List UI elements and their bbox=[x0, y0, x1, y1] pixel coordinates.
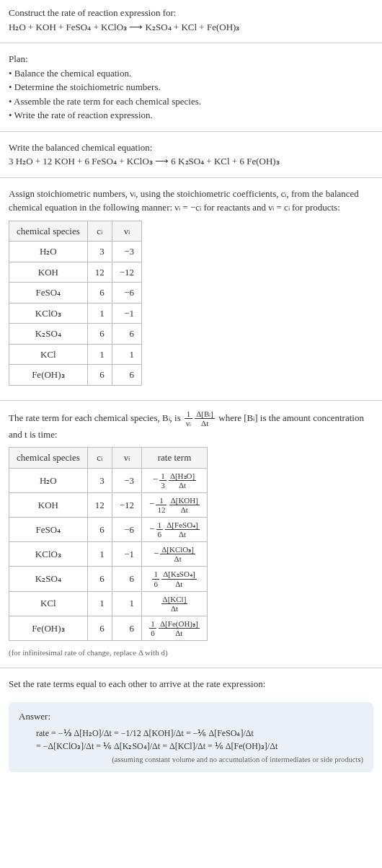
cell-v: −3 bbox=[112, 242, 141, 262]
cell-species: KCl bbox=[9, 591, 88, 616]
table-row: Fe(OH)₃66 bbox=[9, 365, 142, 386]
plan-section: Plan: • Balance the chemical equation. •… bbox=[0, 46, 382, 128]
rateterm-note: (for infinitesimal rate of change, repla… bbox=[9, 647, 373, 659]
cell-species: KCl bbox=[9, 344, 88, 365]
answer-rate-line-1: rate = −⅓ Δ[H₂O]/Δt = −1/12 Δ[KOH]/Δt = … bbox=[36, 727, 363, 740]
cell-species: K₂SO₄ bbox=[9, 567, 88, 591]
cell-c: 6 bbox=[87, 365, 112, 386]
cell-v: −1 bbox=[112, 542, 141, 567]
plan-item: • Determine the stoichiometric numbers. bbox=[9, 80, 373, 94]
cell-species: Fe(OH)₃ bbox=[9, 365, 88, 386]
final-text: Set the rate terms equal to each other t… bbox=[9, 677, 373, 691]
cell-species: H₂O bbox=[9, 468, 88, 492]
cell-c: 12 bbox=[87, 262, 112, 283]
table-row: Fe(OH)₃6616 Δ[Fe(OH)₃]Δt bbox=[9, 616, 208, 640]
intro-section: Construct the rate of reaction expressio… bbox=[0, 0, 382, 40]
cell-rate: 16 Δ[K₂SO₄]Δt bbox=[142, 567, 208, 591]
cell-c: 3 bbox=[87, 242, 112, 262]
table-row: KCl11Δ[KCl]Δt bbox=[9, 591, 208, 616]
cell-species: KClO₃ bbox=[9, 542, 88, 567]
table-row: FeSO₄6−6−16 Δ[FeSO₄]Δt bbox=[9, 518, 208, 542]
stoich-section: Assign stoichiometric numbers, νᵢ, using… bbox=[0, 181, 382, 397]
divider bbox=[0, 668, 382, 668]
answer-rate-line-2: = −Δ[KClO₃]/Δt = ⅙ Δ[K₂SO₄]/Δt = Δ[KCl]/… bbox=[36, 740, 363, 753]
cell-rate: Δ[KCl]Δt bbox=[142, 591, 208, 616]
rateterm-text-a: The rate term for each chemical species,… bbox=[9, 412, 183, 422]
cell-v: −6 bbox=[112, 518, 141, 542]
cell-v: 1 bbox=[112, 344, 141, 365]
table-row: KCl11 bbox=[9, 344, 142, 365]
col-species: chemical species bbox=[9, 448, 88, 469]
table-row: KClO₃1−1−Δ[KClO₃]Δt bbox=[9, 542, 208, 567]
col-c: cᵢ bbox=[87, 448, 112, 469]
divider bbox=[0, 43, 382, 43]
table-row: KOH12−12 bbox=[9, 262, 142, 283]
balanced-heading: Write the balanced chemical equation: bbox=[9, 141, 373, 155]
col-species: chemical species bbox=[9, 221, 88, 242]
table-row: KClO₃1−1 bbox=[9, 303, 142, 324]
cell-c: 6 bbox=[87, 283, 112, 304]
cell-rate: 16 Δ[Fe(OH)₃]Δt bbox=[142, 616, 208, 640]
table-header-row: chemical species cᵢ νᵢ rate term bbox=[9, 448, 208, 469]
rateterm-section: The rate term for each chemical species,… bbox=[0, 404, 382, 665]
intro-title: Construct the rate of reaction expressio… bbox=[9, 6, 373, 20]
cell-v: 6 bbox=[112, 616, 141, 640]
table-row: H₂O3−3 bbox=[9, 242, 142, 262]
cell-c: 6 bbox=[87, 518, 112, 542]
cell-species: KClO₃ bbox=[9, 303, 88, 324]
cell-v: −6 bbox=[112, 283, 141, 304]
cell-c: 6 bbox=[87, 324, 112, 345]
plan-item: • Assemble the rate term for each chemic… bbox=[9, 94, 373, 109]
cell-v: 1 bbox=[112, 591, 141, 616]
answer-box: Answer: rate = −⅓ Δ[H₂O]/Δt = −1/12 Δ[KO… bbox=[9, 702, 373, 772]
table-row: KOH12−12−112 Δ[KOH]Δt bbox=[9, 492, 208, 517]
divider bbox=[0, 177, 382, 178]
table-row: H₂O3−3−13 Δ[H₂O]Δt bbox=[9, 468, 208, 492]
cell-species: FeSO₄ bbox=[9, 283, 88, 304]
table-row: K₂SO₄6616 Δ[K₂SO₄]Δt bbox=[9, 567, 208, 591]
cell-rate: −16 Δ[FeSO₄]Δt bbox=[142, 518, 208, 542]
intro-equation: H₂O + KOH + FeSO₄ + KClO₃ ⟶ K₂SO₄ + KCl … bbox=[9, 20, 373, 35]
rateterm-table: chemical species cᵢ νᵢ rate term H₂O3−3−… bbox=[9, 447, 208, 641]
cell-c: 1 bbox=[87, 344, 112, 365]
table-row: K₂SO₄66 bbox=[9, 324, 142, 345]
table-row: FeSO₄6−6 bbox=[9, 283, 142, 304]
divider bbox=[0, 400, 382, 401]
cell-v: 6 bbox=[112, 567, 141, 591]
cell-species: FeSO₄ bbox=[9, 518, 88, 542]
cell-c: 6 bbox=[87, 616, 112, 640]
rateterm-formula: 1νᵢ Δ[Bᵢ]Δt bbox=[185, 409, 215, 428]
answer-note: (assuming constant volume and no accumul… bbox=[19, 754, 363, 766]
cell-v: −12 bbox=[112, 492, 141, 517]
col-c: cᵢ bbox=[87, 221, 112, 242]
stoich-text: Assign stoichiometric numbers, νᵢ, using… bbox=[9, 187, 373, 215]
cell-rate: −112 Δ[KOH]Δt bbox=[142, 492, 208, 517]
table-header-row: chemical species cᵢ νᵢ bbox=[9, 221, 142, 242]
cell-species: KOH bbox=[9, 492, 88, 517]
balanced-equation: 3 H₂O + 12 KOH + 6 FeSO₄ + KClO₃ ⟶ 6 K₂S… bbox=[9, 154, 373, 169]
cell-v: −3 bbox=[112, 468, 141, 492]
cell-c: 1 bbox=[87, 303, 112, 324]
col-rate: rate term bbox=[142, 448, 208, 469]
cell-c: 3 bbox=[87, 468, 112, 492]
cell-rate: −Δ[KClO₃]Δt bbox=[142, 542, 208, 567]
cell-rate: −13 Δ[H₂O]Δt bbox=[142, 468, 208, 492]
cell-species: KOH bbox=[9, 262, 88, 283]
plan-item: • Balance the chemical equation. bbox=[9, 66, 373, 81]
divider bbox=[0, 131, 382, 132]
cell-v: −1 bbox=[112, 303, 141, 324]
col-v: νᵢ bbox=[112, 221, 141, 242]
cell-c: 6 bbox=[87, 567, 112, 591]
cell-species: H₂O bbox=[9, 242, 88, 262]
cell-species: Fe(OH)₃ bbox=[9, 616, 88, 640]
cell-v: 6 bbox=[112, 365, 141, 386]
cell-species: K₂SO₄ bbox=[9, 324, 88, 345]
plan-item: • Write the rate of reaction expression. bbox=[9, 108, 373, 123]
final-section: Set the rate terms equal to each other t… bbox=[0, 671, 382, 697]
stoich-table: chemical species cᵢ νᵢ H₂O3−3 KOH12−12 F… bbox=[9, 221, 142, 386]
cell-c: 1 bbox=[87, 591, 112, 616]
cell-c: 1 bbox=[87, 542, 112, 567]
balanced-section: Write the balanced chemical equation: 3 … bbox=[0, 135, 382, 174]
answer-title: Answer: bbox=[19, 709, 363, 724]
plan-heading: Plan: bbox=[9, 52, 373, 66]
